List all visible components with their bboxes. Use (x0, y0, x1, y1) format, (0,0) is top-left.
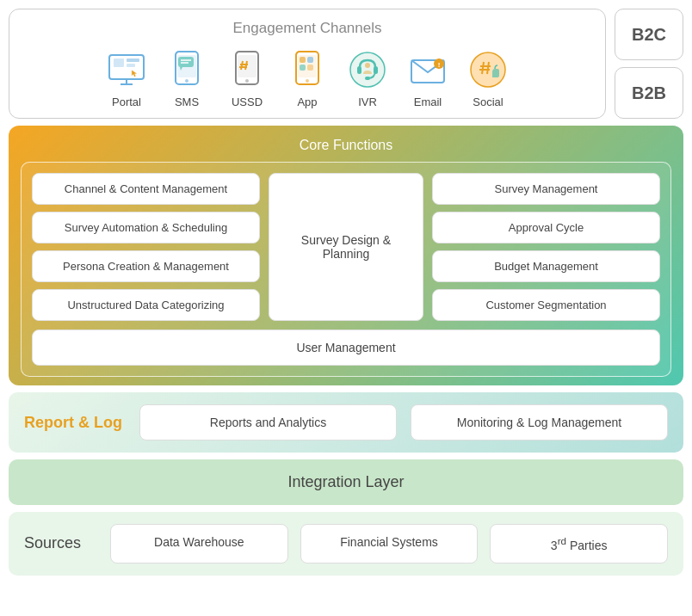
report-label: Report & Log (24, 414, 122, 432)
core-title: Core Functions (21, 138, 671, 153)
core-left: Channel & Content Management Survey Auto… (32, 173, 260, 321)
integration-section: Integration Layer (9, 459, 683, 505)
ussd-icon (225, 47, 269, 92)
svg-rect-28 (307, 65, 313, 71)
svg-rect-11 (178, 57, 194, 67)
core-section: Core Functions Channel & Content Managem… (9, 126, 683, 385)
svg-point-33 (365, 63, 370, 68)
report-boxes: Reports and Analytics Monitoring & Log M… (139, 404, 668, 440)
core-right: Survey Management Approval Cycle Budget … (432, 173, 660, 321)
svg-rect-25 (300, 57, 306, 63)
sources-boxes: Data Warehouse Financial Systems 3rd Par… (110, 524, 668, 564)
ivr-label: IVR (358, 95, 377, 108)
survey-design-box: Survey Design & Planning (269, 173, 423, 321)
svg-rect-3 (127, 64, 135, 67)
channels-row: Portal (104, 47, 510, 108)
data-warehouse-box: Data Warehouse (110, 524, 288, 564)
sources-label: Sources (24, 534, 93, 552)
engagement-section: Engagement Channels (9, 9, 683, 119)
svg-rect-27 (300, 65, 306, 71)
b2c-box: B2C (615, 9, 683, 60)
social-icon (466, 47, 510, 92)
svg-rect-1 (114, 59, 124, 67)
channel-app: App (285, 47, 330, 108)
social-label: Social (473, 95, 503, 108)
main-wrapper: Engagement Channels (9, 9, 683, 576)
email-label: Email (414, 95, 442, 108)
channel-content-box: Channel & Content Management (32, 173, 260, 205)
financial-systems-box: Financial Systems (300, 524, 479, 564)
reports-analytics-box: Reports and Analytics (139, 404, 397, 440)
engagement-box: Engagement Channels (9, 9, 606, 119)
svg-point-29 (350, 52, 385, 87)
svg-rect-2 (127, 59, 139, 62)
core-grid: Channel & Content Management Survey Auto… (32, 173, 660, 321)
svg-rect-26 (307, 57, 313, 63)
b2c-b2b-column: B2C B2B (615, 9, 683, 119)
engagement-title: Engagement Channels (233, 20, 382, 37)
integration-title: Integration Layer (21, 473, 671, 491)
app-icon (285, 47, 330, 92)
third-parties-box: 3rd Parties (490, 524, 668, 564)
channel-portal: Portal (104, 47, 149, 108)
sms-label: SMS (175, 95, 199, 108)
channel-sms: SMS (164, 47, 209, 108)
sms-icon (164, 47, 209, 92)
channel-ivr: IVR (345, 47, 390, 108)
unstructured-data-box: Unstructured Data Categorizing (32, 289, 260, 321)
ussd-label: USSD (232, 95, 263, 108)
svg-point-17 (245, 79, 249, 83)
core-inner: Channel & Content Management Survey Auto… (21, 162, 671, 377)
svg-point-24 (306, 79, 309, 83)
channel-social: Social (466, 47, 510, 108)
monitoring-log-box: Monitoring & Log Management (411, 404, 668, 440)
svg-text:!: ! (438, 61, 441, 69)
sources-section: Sources Data Warehouse Financial Systems… (9, 512, 683, 576)
core-center: Survey Design & Planning (269, 173, 423, 321)
email-icon: ! (405, 47, 450, 92)
b2b-box: B2B (615, 67, 683, 119)
channel-ussd: USSD (225, 47, 269, 108)
budget-management-box: Budget Management (432, 250, 660, 282)
persona-creation-box: Persona Creation & Management (32, 250, 260, 282)
user-management-box: User Management (32, 330, 660, 366)
svg-rect-32 (365, 77, 370, 80)
svg-point-10 (185, 79, 188, 83)
svg-marker-7 (132, 71, 136, 77)
portal-label: Portal (112, 95, 141, 108)
svg-rect-30 (357, 66, 361, 74)
portal-icon (104, 47, 149, 92)
approval-cycle-box: Approval Cycle (432, 212, 660, 243)
report-section: Report & Log Reports and Analytics Monit… (9, 392, 683, 453)
app-label: App (297, 95, 317, 108)
channel-email: ! Email (405, 47, 450, 108)
customer-segmentation-box: Customer Segmentation (432, 289, 660, 321)
survey-automation-box: Survey Automation & Scheduling (32, 212, 260, 243)
survey-management-box: Survey Management (432, 173, 660, 205)
ivr-icon (345, 47, 390, 92)
